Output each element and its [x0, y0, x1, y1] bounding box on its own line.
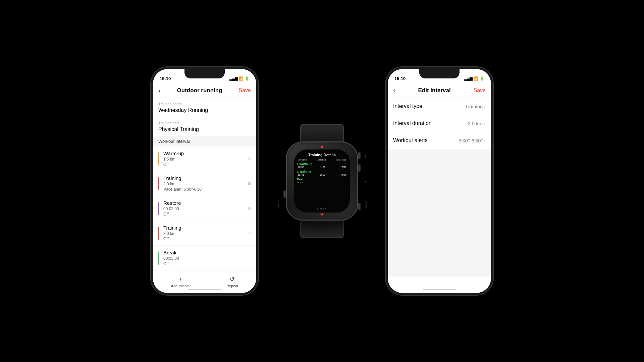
interval-detail2-training2: Off [163, 237, 248, 241]
wifi-icon-right: 📶 [474, 76, 478, 81]
workout-alerts-text: 5'30''-6'30'' [459, 138, 483, 143]
battery-icon-right: 🔋 [480, 76, 484, 81]
interval-detail2-warmup: Off [163, 162, 248, 167]
drag-handle-training2[interactable]: ≡ [248, 230, 251, 236]
workout-alerts-row[interactable]: Workout alerts 5'30''-6'30'' › [388, 132, 491, 149]
workout-alerts-label: Workout alerts [393, 137, 428, 143]
watch-red-dot-bottom [320, 214, 324, 216]
interval-duration-label: Interval duration [393, 120, 432, 126]
interval-name-training2: Training [163, 225, 248, 231]
watch-button-back[interactable] [358, 203, 361, 210]
watch-label-down: DOWN [277, 200, 279, 208]
drag-handle-break[interactable]: ≡ [248, 255, 251, 261]
watch-warmup-data: 10:33 1.50 7'01 [297, 166, 347, 169]
watch-button-sel[interactable] [358, 164, 361, 172]
settings-rows: Interval type Training › Interval durati… [388, 98, 491, 149]
interval-duration-row[interactable]: Interval duration 2.0 km › [388, 115, 491, 132]
watch-col-pace: Avg.Pace [336, 159, 346, 161]
list-item[interactable]: Training 3.0 km Off ≡ [153, 221, 256, 246]
repeat-label: Repeat [226, 284, 238, 288]
interval-detail1-training2: 3.0 km [163, 231, 248, 236]
watch-warmup-duration: 10:33 [298, 166, 304, 169]
notch-right [419, 69, 460, 78]
nav-bar-left: ‹ Outdoor running Save [153, 84, 256, 98]
add-interval-button[interactable]: + Add interval [171, 276, 191, 288]
interval-type-row[interactable]: Interval type Training › [388, 98, 491, 115]
watch-strap-top [300, 124, 344, 142]
watch-case: UP SEL DOWN BACK Training Details Durati… [287, 142, 357, 220]
watch-row-training: 2 Training 11:41 2.00 5'50 [297, 170, 347, 176]
nav-title-left: Outdoor running [177, 87, 222, 94]
watch-label-back: BACK [365, 201, 367, 208]
phone-left: 15:19 ▂▄▆ 📶 🔋 ‹ Outdoor running Save Tra… [151, 67, 258, 295]
interval-color-training2 [158, 227, 159, 240]
watch-button-down[interactable] [283, 190, 286, 198]
drag-handle-restore[interactable]: ≡ [248, 205, 251, 212]
watch-training-name: 2 Training [297, 170, 347, 173]
watch-button-up[interactable] [358, 152, 361, 159]
wifi-icon: 📶 [239, 76, 244, 81]
home-indicator-right [423, 289, 456, 290]
watch-brand-label: T-REX [297, 207, 347, 210]
workout-alerts-value: 5'30''-6'30'' › [459, 138, 486, 143]
status-time-left: 15:19 [160, 76, 171, 81]
interval-info-training2: Training 3.0 km Off [163, 225, 248, 241]
interval-info-training1: Training 2.0 km Pace alert: 5'30''-6'30'… [163, 175, 248, 192]
repeat-icon: ↺ [230, 276, 235, 283]
repeat-button[interactable]: ↺ Repeat [226, 276, 238, 288]
status-icons-left: ▂▄▆ 📶 🔋 [229, 76, 250, 81]
drag-handle-warmup[interactable]: ≡ [248, 156, 251, 162]
signal-icon-right: ▂▄▆ [464, 76, 472, 81]
interval-detail2-restore: Off [163, 212, 248, 217]
watch-title: Training Details [297, 153, 347, 157]
watch-rest-name: Rest [297, 178, 347, 181]
add-icon: + [179, 276, 182, 283]
list-item[interactable]: Break 00:03:00 Off ≡ [153, 246, 256, 270]
drag-handle-training1[interactable]: ≡ [248, 181, 251, 187]
watch-row-warmup: 1 Warm-up 10:33 1.50 7'01 [297, 162, 347, 169]
back-button-left[interactable]: ‹ [158, 86, 161, 94]
save-button-right[interactable]: Save [474, 87, 486, 94]
back-button-right[interactable]: ‹ [393, 86, 395, 94]
scene: 15:19 ▂▄▆ 📶 🔋 ‹ Outdoor running Save Tra… [0, 0, 644, 362]
watch-col-duration: Duration [298, 159, 307, 161]
nav-title-right: Edit interval [418, 87, 450, 94]
watch-row-rest: Rest 0:23 [297, 178, 347, 184]
interval-info-warmup: Warm-up 1.5 km Off [163, 150, 248, 167]
watch-red-dot-top [321, 146, 323, 148]
training-name-section: Training name Wednesday Running [153, 98, 256, 117]
list-item[interactable]: Warm-up 1.5 km Off ≡ [153, 146, 256, 171]
screen-content-left: Training name Wednesday Running Training… [153, 98, 256, 290]
interval-detail2-training1: Pace alert: 5'30''-6'30'' [163, 187, 248, 192]
chevron-icon-alerts: › [484, 138, 486, 143]
watch-label-sel: SEL [365, 179, 367, 183]
interval-color-training1 [158, 177, 159, 190]
training-name-value[interactable]: Wednesday Running [158, 107, 251, 113]
list-item[interactable]: Training 2.0 km Pace alert: 5'30''-6'30'… [153, 171, 256, 196]
interval-detail1-warmup: 1.5 km [163, 157, 248, 162]
interval-duration-value: 2.0 km › [468, 121, 486, 126]
add-interval-label: Add interval [171, 284, 191, 288]
save-button-left[interactable]: Save [239, 87, 251, 94]
watch-container: UP SEL DOWN BACK Training Details Durati… [278, 124, 366, 238]
watch-training-duration: 11:41 [298, 173, 304, 176]
watch-warmup-pace: 7'01 [341, 166, 346, 169]
watch-column-headers: Duration Distance Avg.Pace [297, 159, 347, 161]
watch-label-up: UP [365, 154, 367, 158]
phone-right: 15:19 ▂▄▆ 📶 🔋 ‹ Edit interval Save Inter… [386, 67, 493, 295]
interval-name-training1: Training [163, 175, 248, 181]
home-indicator-left [188, 289, 221, 290]
watch-col-distance: Distance [317, 159, 326, 161]
chevron-icon-duration: › [484, 121, 486, 126]
list-item[interactable]: Restore 00:02:00 Off ≡ [153, 196, 256, 221]
watch-strap-bottom [300, 220, 344, 238]
interval-info-break: Break 00:03:00 Off [163, 250, 248, 266]
interval-color-restore [158, 202, 159, 215]
watch-training-distance: 2.00 [320, 173, 326, 176]
interval-detail2-break: Off [163, 261, 248, 266]
battery-icon: 🔋 [245, 76, 250, 81]
training-note-value[interactable]: Physical Training [158, 126, 251, 132]
interval-detail1-break: 00:03:00 [163, 256, 248, 261]
notch-left [184, 69, 225, 78]
training-note-section: Training note Physical Training [153, 117, 256, 136]
